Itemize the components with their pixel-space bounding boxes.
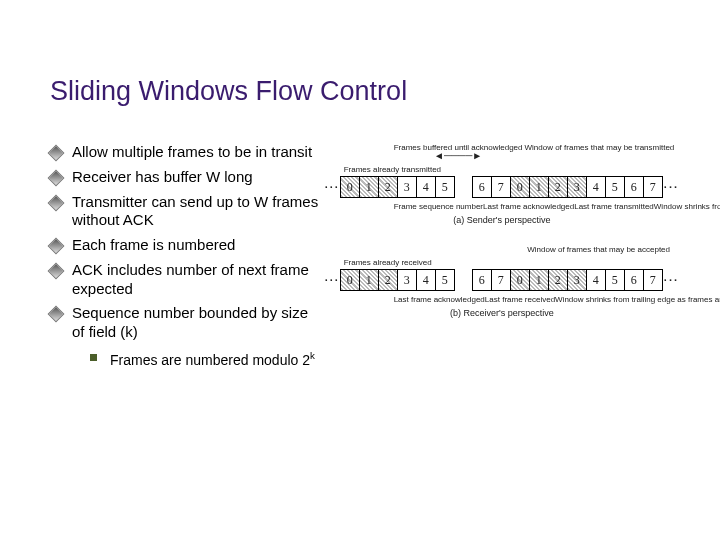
bullet-item: Transmitter can send up to W frames with… — [50, 193, 320, 231]
diamond-icon — [48, 194, 65, 211]
slide: Sliding Windows Flow Control Allow multi… — [0, 0, 720, 540]
box-group-right: 6 7 0 1 2 3 4 5 6 7 — [473, 269, 663, 291]
frame-box: 6 — [472, 176, 492, 198]
ellipsis-icon: ··· — [663, 274, 680, 286]
frame-box: 4 — [416, 176, 436, 198]
diagram-receiver: Window of frames that may be accepted Fr… — [324, 245, 680, 318]
label-last-tx: Last frame transmitted — [574, 202, 654, 211]
top-labels: Frames buffered until acknowledged◄────►… — [324, 143, 680, 161]
frame-box: 2 — [548, 269, 568, 291]
diagram-column: Frames buffered until acknowledged◄────►… — [324, 143, 680, 375]
frame-box: 7 — [491, 176, 511, 198]
label-buffered: Frames buffered until acknowledged◄────► — [394, 143, 523, 161]
bullet-text: Allow multiple frames to be in transit — [72, 143, 312, 160]
frame-box: 0 — [510, 269, 530, 291]
content-row: Allow multiple frames to be in transit R… — [50, 143, 680, 375]
label-seq-num: Frame sequence number — [394, 202, 483, 211]
frame-box: 1 — [529, 269, 549, 291]
label-last-ack: Last frame acknowledged — [394, 295, 485, 304]
bullet-column: Allow multiple frames to be in transit R… — [50, 143, 320, 375]
diamond-icon — [48, 169, 65, 186]
frame-box: 2 — [548, 176, 568, 198]
top-labels: Window of frames that may be accepted — [324, 245, 680, 254]
frame-box: 5 — [435, 176, 455, 198]
caption-a: (a) Sender's perspective — [324, 215, 680, 225]
diamond-icon — [48, 145, 65, 162]
bullet-item: ACK includes number of next frame expect… — [50, 261, 320, 299]
label-shrink: Window shrinks from trailing edge as fra… — [654, 202, 720, 211]
diamond-icon — [48, 306, 65, 323]
label-last-ack: Last frame acknowledged — [483, 202, 574, 211]
bullet-item: Allow multiple frames to be in transit — [50, 143, 320, 162]
frame-box: 7 — [643, 176, 663, 198]
frame-box: 4 — [586, 269, 606, 291]
ellipsis-icon: ··· — [663, 181, 680, 193]
frame-box: 2 — [378, 176, 398, 198]
bullet-text: ACK includes number of next frame expect… — [72, 261, 309, 297]
frame-box: 3 — [567, 269, 587, 291]
bullet-item: Each frame is numbered — [50, 236, 320, 255]
dotted-rule — [6, 56, 714, 58]
bottom-labels: Frame sequence number Last frame acknowl… — [324, 202, 680, 211]
label-last-rx: Last frame received — [485, 295, 555, 304]
frame-box: 6 — [472, 269, 492, 291]
caption-b: (b) Receiver's perspective — [324, 308, 680, 318]
ellipsis-icon: ··· — [324, 181, 341, 193]
frame-box: 0 — [510, 176, 530, 198]
frame-box: 1 — [359, 176, 379, 198]
frame-box: 6 — [624, 176, 644, 198]
label-shrink: Window shrinks from trailing edge as fra… — [555, 295, 720, 304]
sub-item: Frames are numbered modulo 2k — [72, 350, 320, 369]
label-window-tx: Window of frames that may be transmitted — [524, 143, 674, 161]
frame-box: 3 — [567, 176, 587, 198]
sub-text-prefix: Frames are numbered modulo 2 — [110, 351, 310, 367]
frame-box: 3 — [397, 176, 417, 198]
sub-text-exp: k — [310, 350, 315, 361]
sub-list: Frames are numbered modulo 2k — [72, 350, 320, 369]
frame-box: 4 — [586, 176, 606, 198]
bullet-item: Receiver has buffer W long — [50, 168, 320, 187]
diagram-sender: Frames buffered until acknowledged◄────►… — [324, 143, 680, 225]
frame-box: 5 — [605, 176, 625, 198]
frame-box: 1 — [359, 269, 379, 291]
box-group-right: 6 7 0 1 2 3 4 5 6 7 — [473, 176, 663, 198]
main-list: Allow multiple frames to be in transit R… — [50, 143, 320, 369]
diamond-icon — [48, 262, 65, 279]
frame-track: ··· 0 1 2 3 4 5 6 7 0 1 — [324, 176, 680, 198]
label-already-rx: Frames already received — [324, 258, 680, 267]
frame-track: ··· 0 1 2 3 4 5 6 7 0 1 — [324, 269, 680, 291]
square-icon — [90, 354, 97, 361]
frame-box: 7 — [643, 269, 663, 291]
diamond-icon — [48, 238, 65, 255]
bullet-text: Each frame is numbered — [72, 236, 235, 253]
frame-box: 4 — [416, 269, 436, 291]
bullet-text: Receiver has buffer W long — [72, 168, 253, 185]
frame-box: 3 — [397, 269, 417, 291]
frame-box: 6 — [624, 269, 644, 291]
bullet-text: Sequence number bounded by size of field… — [72, 304, 308, 340]
label-already-tx: Frames already transmitted — [324, 165, 680, 174]
box-group-left: 0 1 2 3 4 5 — [341, 269, 455, 291]
bullet-text: Transmitter can send up to W frames with… — [72, 193, 318, 229]
frame-box: 0 — [340, 269, 360, 291]
frame-box: 0 — [340, 176, 360, 198]
frame-box: 5 — [605, 269, 625, 291]
slide-title: Sliding Windows Flow Control — [50, 76, 680, 107]
frame-box: 7 — [491, 269, 511, 291]
frame-box: 2 — [378, 269, 398, 291]
label-window-rx: Window of frames that may be accepted — [527, 245, 670, 254]
box-group-left: 0 1 2 3 4 5 — [341, 176, 455, 198]
frame-box: 5 — [435, 269, 455, 291]
bottom-labels: Last frame acknowledged Last frame recei… — [324, 295, 680, 304]
ellipsis-icon: ··· — [324, 274, 341, 286]
bullet-item: Sequence number bounded by size of field… — [50, 304, 320, 369]
frame-box: 1 — [529, 176, 549, 198]
